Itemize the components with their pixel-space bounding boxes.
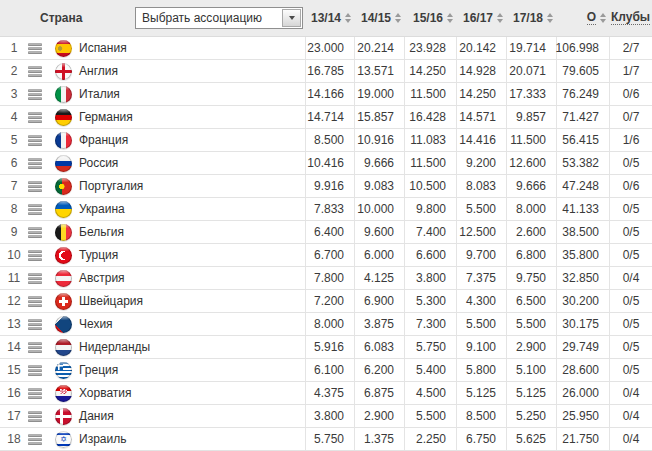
table-row[interactable]: 16 Хорватия 4.375 6.875 4.500 5.125 5.12… [0,382,652,405]
stats-icon[interactable] [28,112,42,123]
season-value-13-14: 16.785 [305,60,354,82]
sort-header-season-13-14[interactable]: 13/14 [305,0,354,36]
clubs-column-header[interactable]: Клубы [609,0,652,36]
country-column-label: Страна [40,11,82,25]
stats-icon-cell [28,336,54,358]
rank-cell: 10 [0,244,28,266]
season-value-15-16: 5.750 [404,336,456,358]
sort-header-season-14-15[interactable]: 14/15 [354,0,404,36]
clubs-value: 0/5 [609,244,652,266]
country-cell: Германия [54,106,305,128]
country-name: Швейцария [79,294,143,308]
stats-icon[interactable] [28,296,42,307]
stats-icon[interactable] [28,66,42,77]
stats-icon-cell [28,198,54,220]
flag-icon-it [55,86,72,103]
season-value-13-14: 7.200 [305,290,354,312]
table-row[interactable]: 9 Бельгия 6.400 9.600 7.400 12.500 2.600… [0,221,652,244]
country-cell: Дания [54,405,305,427]
stats-icon[interactable] [28,434,42,445]
table-row[interactable]: 1 Испания 23.000 20.214 23.928 20.142 19… [0,37,652,60]
stats-icon[interactable] [28,342,42,353]
season-value-13-14: 3.800 [305,405,354,427]
association-select[interactable]: Выбрать ассоциацию [135,7,303,29]
table-row[interactable]: 7 Португалия 9.916 9.083 10.500 8.083 9.… [0,175,652,198]
table-row[interactable]: 15 Греция 6.100 6.200 5.400 5.800 5.100 … [0,359,652,382]
stats-icon[interactable] [28,319,42,330]
season-column-label: 16/17 [463,11,493,25]
country-name: Италия [79,87,120,101]
season-value-16-17: 7.375 [456,267,506,289]
stats-icon[interactable] [28,158,42,169]
rank-cell: 11 [0,267,28,289]
table-row[interactable]: 13 Чехия 8.000 3.875 7.300 5.500 5.500 3… [0,313,652,336]
season-value-15-16: 4.500 [404,382,456,404]
country-column-header-cell: Страна Выбрать ассоциацию [0,0,305,36]
country-name: Хорватия [79,386,132,400]
sort-icon [447,13,453,23]
season-value-13-14: 5.916 [305,336,354,358]
table-row[interactable]: 3 Италия 14.166 19.000 11.500 14.250 17.… [0,83,652,106]
season-value-14-15: 15.857 [354,106,404,128]
sort-header-season-17-18[interactable]: 17/18 [506,0,556,36]
stats-icon[interactable] [28,273,42,284]
sort-header-season-16-17[interactable]: 16/17 [456,0,506,36]
country-name: Украина [79,202,125,216]
stats-icon[interactable] [28,411,42,422]
table-row[interactable]: 18 Израиль 5.750 1.375 2.250 6.750 5.625… [0,428,652,451]
total-value: 30.175 [556,313,609,335]
select-arrow-button[interactable] [282,9,301,27]
country-name: Австрия [79,271,125,285]
country-cell: Россия [54,152,305,174]
table-row[interactable]: 14 Нидерланды 5.916 6.083 5.750 9.100 2.… [0,336,652,359]
stats-icon-cell [28,359,54,381]
table-row[interactable]: 2 Англия 16.785 13.571 14.250 14.928 20.… [0,60,652,83]
stats-icon[interactable] [28,89,42,100]
total-value: 41.133 [556,198,609,220]
country-cell: Португалия [54,175,305,197]
season-value-14-15: 2.900 [354,405,404,427]
table-row[interactable]: 4 Германия 14.714 15.857 16.428 14.571 9… [0,106,652,129]
sort-header-season-15-16[interactable]: 15/16 [404,0,456,36]
stats-icon[interactable] [28,250,42,261]
table-row[interactable]: 11 Австрия 7.800 4.125 3.800 7.375 9.750… [0,267,652,290]
sort-header-total[interactable]: О [556,0,609,36]
table-row[interactable]: 6 Россия 10.416 9.666 11.500 9.200 12.60… [0,152,652,175]
clubs-value: 0/5 [609,336,652,358]
table-row[interactable]: 10 Турция 6.700 6.000 6.600 9.700 6.800 … [0,244,652,267]
table-row[interactable]: 17 Дания 3.800 2.900 5.500 8.500 5.250 2… [0,405,652,428]
flag-icon-pt [55,178,72,195]
season-column-label: 15/16 [413,11,443,25]
country-cell: Греция [54,359,305,381]
total-value: 71.427 [556,106,609,128]
stats-icon[interactable] [28,204,42,215]
season-value-16-17: 8.500 [456,405,506,427]
rank-cell: 14 [0,336,28,358]
flag-icon-nl [55,339,72,356]
country-cell: Бельгия [54,221,305,243]
season-value-16-17: 9.200 [456,152,506,174]
stats-icon[interactable] [28,135,42,146]
table-row[interactable]: 5 Франция 8.500 10.916 11.083 14.416 11.… [0,129,652,152]
season-headers: 13/1414/1515/1616/1717/18 [305,0,556,36]
stats-icon[interactable] [28,43,42,54]
total-value: 21.750 [556,428,609,450]
rank-cell: 4 [0,106,28,128]
association-select-value: Выбрать ассоциацию [136,11,282,25]
stats-icon[interactable] [28,227,42,238]
stats-icon-cell [28,428,54,450]
table-row[interactable]: 12 Швейцария 7.200 6.900 5.300 4.300 6.5… [0,290,652,313]
stats-icon[interactable] [28,365,42,376]
country-cell: Испания [54,37,305,59]
flag-icon-tr [55,247,72,264]
clubs-value: 1/6 [609,129,652,151]
flag-icon-cz [55,316,72,333]
season-value-14-15: 6.200 [354,359,404,381]
stats-icon[interactable] [28,181,42,192]
stats-icon[interactable] [28,388,42,399]
stats-icon-cell [28,175,54,197]
table-row[interactable]: 8 Украина 7.833 10.000 9.800 5.500 8.000… [0,198,652,221]
stats-icon-cell [28,313,54,335]
season-value-17-18: 17.333 [506,83,556,105]
rank-cell: 12 [0,290,28,312]
